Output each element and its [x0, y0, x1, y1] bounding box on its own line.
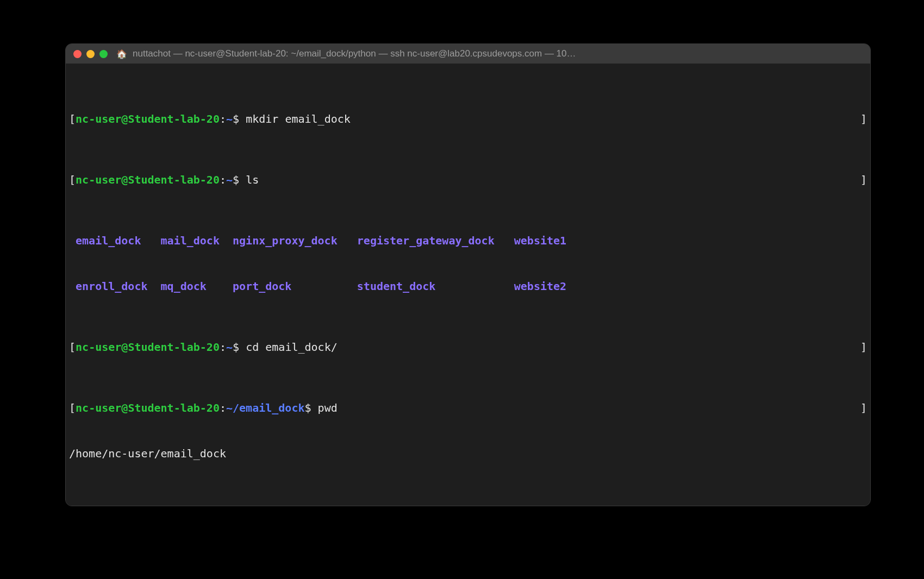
command-text: cd email_dock/: [246, 341, 338, 354]
bracket-right: ]: [860, 400, 867, 416]
bracket-right: ]: [860, 172, 867, 187]
bracket-left: [: [69, 173, 76, 186]
prompt-symbol: $: [233, 112, 246, 125]
prompt-sep: :: [220, 112, 226, 125]
prompt-symbol: $: [233, 173, 246, 186]
bracket-right: ]: [860, 111, 867, 127]
prompt-path: ~: [226, 112, 233, 125]
prompt-user: nc-user@Student-lab-20: [76, 112, 220, 125]
window-title: nuttachot — nc-user@Student-lab-20: ~/em…: [133, 48, 576, 59]
prompt-symbol: $: [233, 341, 246, 354]
terminal-line: [nc-user@Student-lab-20:~$ cd email_dock…: [69, 339, 867, 355]
pwd-output: /home/nc-user/email_dock: [69, 446, 226, 461]
titlebar[interactable]: 🏠 nuttachot — nc-user@Student-lab-20: ~/…: [66, 44, 870, 64]
prompt-user: nc-user@Student-lab-20: [76, 173, 220, 186]
prompt-sep: :: [220, 341, 226, 354]
bracket-left: [: [69, 112, 76, 125]
terminal-output: enroll_dock mq_dock port_dock student_do…: [69, 279, 867, 294]
bracket-right: ]: [860, 339, 867, 355]
bracket-left: [: [69, 401, 76, 414]
terminal-window: 🏠 nuttachot — nc-user@Student-lab-20: ~/…: [65, 43, 871, 506]
close-icon[interactable]: [73, 50, 82, 58]
prompt-path: ~: [226, 173, 233, 186]
prompt-sep: :: [220, 173, 226, 186]
ls-output: enroll_dock mq_dock port_dock student_do…: [69, 279, 566, 294]
home-icon: 🏠: [116, 49, 127, 59]
terminal-body[interactable]: [nc-user@Student-lab-20:~$ mkdir email_d…: [66, 64, 870, 506]
ls-output: email_dock mail_dock nginx_proxy_dock re…: [69, 233, 566, 248]
prompt-user: nc-user@Student-lab-20: [76, 401, 220, 414]
prompt-path: ~: [226, 341, 233, 354]
prompt-user: nc-user@Student-lab-20: [76, 341, 220, 354]
bracket-left: [: [69, 341, 76, 354]
terminal-line: [nc-user@Student-lab-20:~$ mkdir email_d…: [69, 111, 867, 127]
maximize-icon[interactable]: [99, 50, 108, 58]
command-text: ls: [246, 173, 259, 186]
traffic-lights: [73, 50, 108, 58]
prompt-symbol: $: [305, 401, 318, 414]
terminal-output: /home/nc-user/email_dock: [69, 446, 867, 461]
terminal-output: email_dock mail_dock nginx_proxy_dock re…: [69, 233, 867, 248]
prompt-path: ~/email_dock: [226, 401, 305, 414]
prompt-sep: :: [220, 401, 226, 414]
terminal-line: [nc-user@Student-lab-20:~/email_dock$ pw…: [69, 400, 867, 416]
minimize-icon[interactable]: [86, 50, 95, 58]
terminal-line: [nc-user@Student-lab-20:~$ ls ]: [69, 172, 867, 187]
command-text: pwd: [318, 401, 338, 414]
command-text: mkdir email_dock: [246, 112, 351, 125]
